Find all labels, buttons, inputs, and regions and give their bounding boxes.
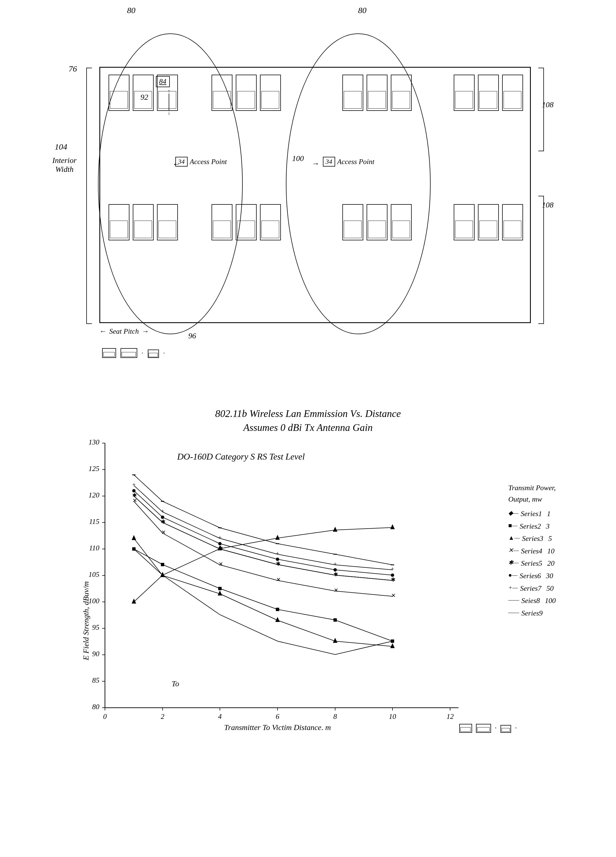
page-container: 80 80 76 104 Interior Width 84 ↑ ↓ — [0, 0, 616, 857]
seats-bottom-right — [343, 204, 412, 240]
svg-text:+: + — [132, 481, 136, 488]
svg-text:110: 110 — [89, 544, 99, 552]
seat-icons-chart-bottom: · · — [459, 724, 517, 733]
svg-text:105: 105 — [88, 571, 99, 579]
seats-bottom-center — [212, 204, 281, 240]
svg-text:+: + — [333, 560, 337, 567]
svg-marker-51 — [132, 535, 136, 540]
legend-item-series7: +—Series750 — [508, 583, 556, 594]
label-96: 96 — [188, 331, 196, 340]
svg-text:✱: ✱ — [276, 561, 281, 567]
seats-bottom-left — [108, 204, 178, 240]
svg-text:✕: ✕ — [334, 587, 338, 593]
svg-text:✕: ✕ — [161, 529, 166, 535]
seat-icons-diagram-bottom: · · — [102, 348, 165, 358]
svg-point-71 — [218, 542, 222, 545]
svg-text:0: 0 — [103, 712, 107, 721]
svg-point-74 — [391, 574, 394, 577]
svg-text:+: + — [218, 534, 222, 541]
svg-text:130: 130 — [88, 438, 99, 446]
legend-item-series3: ▲—Series35 — [508, 533, 556, 545]
svg-marker-56 — [390, 643, 395, 648]
legend-item-seies8: ——Seies8100 — [508, 595, 556, 606]
bracket-108-top — [538, 68, 544, 151]
svg-point-72 — [276, 558, 279, 561]
label-to: To — [172, 679, 179, 688]
svg-rect-45 — [132, 547, 136, 551]
legend-item-series1: ◆—Series11 — [508, 508, 556, 520]
svg-text:6: 6 — [276, 712, 279, 721]
svg-text:100: 100 — [88, 597, 99, 605]
svg-text:✱: ✱ — [218, 545, 223, 551]
svg-text:+: + — [276, 550, 279, 557]
svg-marker-39 — [132, 599, 136, 603]
svg-text:8: 8 — [333, 712, 337, 721]
svg-text:4: 4 — [218, 712, 222, 721]
svg-text:✕: ✕ — [276, 577, 281, 583]
label-interior-width: Interior Width — [52, 156, 77, 174]
svg-rect-49 — [333, 618, 337, 622]
svg-text:2: 2 — [161, 712, 164, 721]
seat-pitch-area: ← Seat Pitch → — [99, 327, 149, 336]
svg-text:✱: ✱ — [391, 577, 395, 583]
seats-top-far-right — [454, 75, 523, 111]
access-point-right: 34 Access Point — [323, 157, 375, 167]
svg-point-70 — [161, 515, 164, 519]
svg-point-73 — [333, 568, 337, 571]
seats-top-center — [212, 75, 281, 111]
diagram-top: 80 80 76 104 Interior Width 84 ↑ ↓ — [44, 17, 573, 379]
chart-svg: 80 85 90 95 100 105 110 115 120 125 — [83, 438, 472, 730]
arrow-ap-left: ← — [173, 159, 181, 169]
label-100: 100 — [292, 154, 304, 163]
access-point-left: 34 Access Point — [175, 157, 227, 167]
svg-text:12: 12 — [446, 712, 454, 721]
label-108-top: 108 — [542, 100, 554, 109]
chart-plot-area: E Field Strength, dBuv/m DO-160D Categor… — [44, 438, 573, 744]
bracket-108-bottom — [538, 196, 544, 324]
svg-text:80: 80 — [92, 703, 99, 711]
svg-point-69 — [132, 489, 136, 492]
svg-text:✕: ✕ — [391, 592, 396, 599]
svg-text:10: 10 — [389, 712, 396, 721]
svg-text:+: + — [161, 507, 164, 514]
chart-legend: Transmit Power, Output, mw ◆—Series11 ■—… — [508, 482, 556, 620]
svg-text:90: 90 — [92, 650, 99, 658]
legend-item-series6: ●—Series630 — [508, 570, 556, 582]
label-80-right: 80 — [358, 6, 367, 15]
legend-title: Transmit Power, Output, mw — [508, 482, 556, 505]
label-76: 76 — [69, 64, 77, 74]
legend-item-series4: ✕—Series410 — [508, 545, 556, 557]
svg-text:95: 95 — [92, 623, 99, 631]
svg-marker-53 — [218, 591, 222, 596]
svg-rect-47 — [218, 587, 222, 590]
svg-rect-48 — [276, 608, 279, 611]
legend-item-series5: ✱—Series520 — [508, 558, 556, 569]
bracket-interior-width — [86, 68, 92, 324]
arrow-100: → — [312, 159, 320, 168]
svg-marker-44 — [390, 524, 395, 529]
svg-text:115: 115 — [89, 517, 99, 526]
svg-rect-46 — [161, 563, 164, 566]
label-80-left: 80 — [127, 6, 136, 15]
ap-label-right: 34 — [323, 157, 335, 167]
label-seat-pitch-text: Seat Pitch — [110, 327, 139, 336]
seats-top-left — [108, 75, 178, 111]
legend-item-series9: ——Series9 — [508, 608, 556, 619]
label-108-bottom: 108 — [542, 201, 554, 209]
chart-title: 802.11b Wireless Lan Emmission Vs. Dista… — [44, 407, 573, 435]
svg-marker-43 — [333, 527, 337, 532]
svg-text:85: 85 — [92, 676, 99, 684]
label-104: 104 — [55, 142, 67, 152]
aircraft-rect: 84 ↑ ↓ 92 — [99, 67, 531, 323]
svg-text:125: 125 — [88, 464, 99, 473]
svg-text:✕: ✕ — [219, 561, 223, 567]
seats-bottom-far-right — [454, 204, 523, 240]
svg-marker-42 — [275, 535, 280, 540]
legend-item-series2: ■—Series23 — [508, 521, 556, 532]
svg-text:Transmitter To Victim Distance: Transmitter To Victim Distance, m — [224, 723, 331, 730]
svg-text:✱: ✱ — [333, 571, 338, 577]
chart-container: 802.11b Wireless Lan Emmission Vs. Dista… — [44, 407, 573, 797]
seats-top-right — [343, 75, 412, 111]
svg-text:120: 120 — [88, 491, 99, 499]
svg-text:+: + — [391, 565, 394, 572]
